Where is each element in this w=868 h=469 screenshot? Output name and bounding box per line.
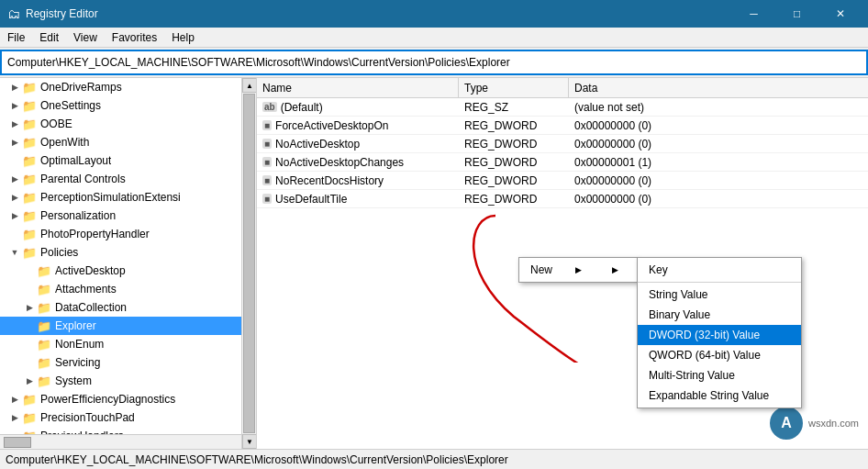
tree-item-precisiontouchpad[interactable]: ▶📁PrecisionTouchPad (0, 408, 256, 427)
minimize-button[interactable]: ─ (733, 0, 774, 28)
tree-label: PhotoPropertyHandler (40, 228, 150, 240)
folder-icon: 📁 (22, 154, 37, 168)
expand-btn[interactable] (22, 263, 37, 278)
col-header-type: Type (459, 78, 569, 97)
cell-name-text: (Default) (281, 101, 323, 114)
tree-item-explorer[interactable]: 📁Explorer (0, 317, 256, 335)
tree-vscrollbar[interactable]: ▲ ▼ (241, 78, 256, 449)
menu-favorites[interactable]: Favorites (105, 28, 164, 47)
tree-item-activedesktop[interactable]: 📁ActiveDesktop (0, 262, 256, 280)
menu-help[interactable]: Help (164, 28, 202, 47)
tree-item-attachments[interactable]: 📁Attachments (0, 280, 256, 298)
folder-icon: 📁 (22, 411, 37, 425)
folder-icon: 📁 (37, 374, 51, 388)
tree-label: PrecisionTouchPad (40, 411, 135, 424)
tree-item-powerefficiencydiagnostics[interactable]: ▶📁PowerEfficiencyDiagnostics (0, 390, 256, 408)
tree-item-onesettings[interactable]: ▶📁OneSettings (0, 96, 256, 115)
tree-item-perceptionsimulationextensi[interactable]: ▶📁PerceptionSimulationExtensi (0, 188, 256, 207)
expand-btn[interactable] (22, 337, 37, 352)
table-row[interactable]: ■NoRecentDocsHistoryREG_DWORD0x00000000 … (257, 172, 868, 190)
status-bar: Computer\HKEY_LOCAL_MACHINE\SOFTWARE\Mic… (0, 449, 868, 469)
table-row[interactable]: ■NoActiveDesktopChangesREG_DWORD0x000000… (257, 153, 868, 172)
close-button[interactable]: ✕ (819, 0, 861, 28)
tree-item-oobe[interactable]: ▶📁OOBE (0, 115, 256, 133)
expand-btn[interactable]: ▶ (7, 392, 22, 407)
expand-btn[interactable]: ▼ (7, 245, 22, 260)
reg-icon: ■ (262, 194, 272, 204)
table-row[interactable]: ■NoActiveDesktopREG_DWORD0x00000000 (0) (257, 135, 868, 153)
tree-item-photopropertyhandler[interactable]: 📁PhotoPropertyHandler (0, 225, 256, 243)
submenu-item-expandable-string-value[interactable]: Expandable String Value (638, 385, 801, 406)
folder-icon: 📁 (22, 228, 37, 241)
cell-name-text: UseDefaultTile (275, 193, 347, 206)
expand-btn[interactable]: ▶ (22, 300, 37, 315)
folder-icon: 📁 (37, 356, 51, 370)
cell-name: ■UseDefaultTile (257, 193, 459, 206)
submenu-item-dword--32-bit--value[interactable]: DWORD (32-bit) Value (638, 325, 801, 345)
expand-btn[interactable]: ▶ (7, 208, 22, 223)
address-bar[interactable]: Computer\HKEY_LOCAL_MACHINE\SOFTWARE\Mic… (0, 50, 868, 75)
cell-name-text: NoRecentDocsHistory (275, 174, 384, 187)
expand-btn[interactable]: ▶ (7, 190, 22, 205)
scroll-thumb-h[interactable] (4, 437, 31, 448)
expand-btn[interactable] (22, 318, 37, 333)
submenu-item-multi-string-value[interactable]: Multi-String Value (638, 365, 801, 385)
menu-file[interactable]: File (0, 28, 32, 47)
tree-label: OpenWith (40, 136, 89, 149)
cell-data: 0x00000001 (1) (569, 156, 868, 169)
tree-item-onedriveramps[interactable]: ▶📁OneDriveRamps (0, 78, 256, 96)
table-body: ab(Default)REG_SZ(value not set)■ForceAc… (257, 98, 868, 208)
tree-item-personalization[interactable]: ▶📁Personalization (0, 207, 256, 225)
tree-item-nonenum[interactable]: 📁NonEnum (0, 335, 256, 353)
cell-name-text: NoActiveDesktopChanges (275, 156, 404, 169)
table-header: Name Type Data (257, 78, 868, 98)
tree-item-policies[interactable]: ▼📁Policies (0, 243, 256, 262)
folder-icon: 📁 (22, 136, 37, 150)
expand-btn[interactable]: ▶ (22, 374, 37, 388)
expand-btn[interactable] (7, 153, 22, 168)
folder-icon: 📁 (22, 173, 37, 186)
maximize-button[interactable]: □ (776, 0, 818, 28)
scroll-thumb-v[interactable] (243, 94, 255, 433)
title-bar: 🗂 Registry Editor ─ □ ✕ (0, 0, 868, 28)
reg-icon: ab (262, 102, 277, 112)
tree-item-system[interactable]: ▶📁System (0, 372, 256, 390)
cell-name: ■NoRecentDocsHistory (257, 174, 459, 187)
folder-icon: 📁 (22, 246, 37, 260)
scroll-up-btn[interactable]: ▲ (242, 78, 257, 93)
expand-btn[interactable]: ▶ (7, 172, 22, 186)
expand-btn[interactable]: ▶ (7, 410, 22, 425)
scroll-down-btn[interactable]: ▼ (242, 434, 257, 449)
expand-btn[interactable] (7, 227, 22, 241)
tree-scroll[interactable]: ▶📁OneDriveRamps▶📁OneSettings▶📁OOBE▶📁Open… (0, 78, 256, 449)
expand-btn[interactable] (22, 355, 37, 370)
tree-item-parental-controls[interactable]: ▶📁Parental Controls (0, 170, 256, 188)
watermark-logo: A (768, 405, 805, 441)
table-row[interactable]: ■ForceActiveDesktopOnREG_DWORD0x00000000… (257, 117, 868, 135)
col-header-name: Name (257, 78, 459, 97)
expand-btn[interactable]: ▶ (7, 98, 22, 113)
reg-icon: ■ (262, 175, 272, 185)
address-text: Computer\HKEY_LOCAL_MACHINE\SOFTWARE\Mic… (7, 56, 861, 69)
submenu-item-string-value[interactable]: String Value (638, 285, 801, 305)
expand-btn[interactable] (22, 282, 37, 296)
submenu-item-qword--64-bit--value[interactable]: QWORD (64-bit) Value (638, 345, 801, 365)
tree-item-optimallayout[interactable]: 📁OptimalLayout (0, 151, 256, 170)
expand-btn[interactable]: ▶ (7, 135, 22, 150)
table-row[interactable]: ab(Default)REG_SZ(value not set) (257, 98, 868, 117)
expand-btn[interactable]: ▶ (7, 80, 22, 95)
expand-btn[interactable]: ▶ (7, 117, 22, 131)
table-row[interactable]: ■UseDefaultTileREG_DWORD0x00000000 (0) (257, 190, 868, 208)
tree-label: Attachments (55, 283, 117, 296)
tree-item-servicing[interactable]: 📁Servicing (0, 353, 256, 372)
submenu-item-binary-value[interactable]: Binary Value (638, 305, 801, 325)
menu-view[interactable]: View (66, 28, 105, 47)
tree-scrollbar-h[interactable] (0, 434, 241, 449)
tree-item-openwith[interactable]: ▶📁OpenWith (0, 133, 256, 151)
submenu-item-key[interactable]: Key (638, 260, 801, 280)
folder-icon: 📁 (22, 209, 37, 223)
tree-item-datacollection[interactable]: ▶📁DataCollection (0, 298, 256, 317)
context-menu-new[interactable]: New ▶ (519, 260, 637, 280)
menu-edit[interactable]: Edit (32, 28, 66, 47)
menu-bar: File Edit View Favorites Help (0, 28, 868, 48)
